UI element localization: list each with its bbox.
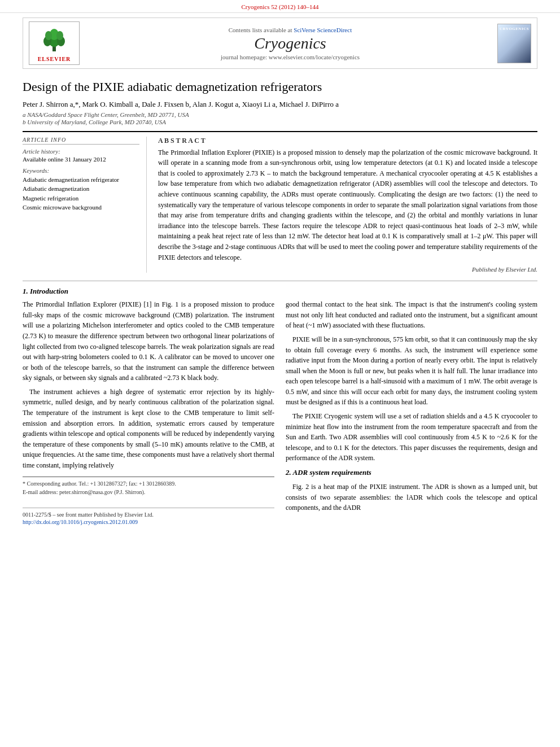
body-para-right-3: The PIXIE Cryogenic system will use a se…	[286, 411, 537, 464]
keyword-4: Cosmic microwave background	[23, 203, 139, 212]
sciverse-line: Contents lists available at SciVerse Sci…	[89, 27, 492, 33]
sciverse-link[interactable]: SciVerse ScienceDirect	[294, 27, 352, 33]
citation-text: Cryogenics 52 (2012) 140–144	[241, 3, 318, 10]
keyword-3: Magnetic refrigeration	[23, 194, 139, 203]
body-para-right-1: good thermal contact to the heat sink. T…	[286, 299, 537, 331]
keyword-2: Adiabatic demagnetization	[23, 184, 139, 194]
svg-point-6	[56, 31, 63, 40]
footer: 0011-2275/$ – see front matter Published…	[23, 508, 274, 525]
left-col-article-info: Article Info Article history: Available …	[23, 137, 147, 273]
journal-name: Cryogenics	[89, 34, 492, 53]
history-label: Article history:	[23, 148, 139, 155]
body-para-right-4: Fig. 2 is a heat map of the PIXIE instru…	[286, 482, 537, 513]
footnote-corresponding: * Corresponding author. Tel.: +1 3012867…	[23, 479, 274, 488]
published-by: Published by Elsevier Ltd.	[158, 266, 537, 273]
elsevier-tree-icon	[37, 24, 71, 53]
journal-homepage: journal homepage: www.elsevier.com/locat…	[89, 54, 492, 60]
section2-heading: 2. ADR system requirements	[286, 467, 537, 478]
body-text-right: good thermal contact to the heat sink. T…	[286, 299, 537, 513]
footnote-email: E-mail address: peter.shirron@nasa.gov (…	[23, 488, 274, 496]
footer-issn: 0011-2275/$ – see front matter Published…	[23, 512, 274, 518]
journal-center: Contents lists available at SciVerse Sci…	[89, 27, 492, 60]
abstract-text: The Primordial Inflation Explorer (PIXIE…	[158, 147, 537, 263]
thumb-label: CRYOGENICS	[500, 27, 529, 31]
affiliations: a NASA/Goddard Space Flight Center, Gree…	[23, 111, 537, 125]
body-left: The Primordial Inflation Explorer (PIXIE…	[23, 299, 274, 526]
affiliation-a: a NASA/Goddard Space Flight Center, Gree…	[23, 111, 537, 118]
svg-point-5	[45, 31, 52, 40]
available-online: Available online 31 January 2012	[23, 156, 139, 163]
body-para-2: The instrument achieves a high degree of…	[23, 387, 274, 471]
body-para-1: The Primordial Inflation Explorer (PIXIE…	[23, 299, 274, 383]
body-text-left: The Primordial Inflation Explorer (PIXIE…	[23, 299, 274, 471]
article-info-abstract: Article Info Article history: Available …	[23, 131, 537, 273]
keywords-label: Keywords:	[23, 167, 139, 174]
citation-bar: Cryogenics 52 (2012) 140–144	[0, 0, 560, 13]
keyword-1: Adiabatic demagnetization refrigerator	[23, 175, 139, 185]
section1-heading: 1. Introduction	[23, 287, 537, 296]
main-content: Design of the PIXIE adiabatic demagnetiz…	[23, 79, 537, 526]
abstract-label: A B S T R A C T	[158, 137, 537, 145]
footnote-bar: * Corresponding author. Tel.: +1 3012867…	[23, 477, 274, 496]
body-para-right-2: PIXIE will be in a sun-synchronous, 575 …	[286, 334, 537, 408]
article-title: Design of the PIXIE adiabatic demagnetiz…	[23, 79, 537, 95]
body-divider	[23, 281, 537, 281]
right-col-abstract: A B S T R A C T The Primordial Inflation…	[158, 137, 537, 273]
authors: Peter J. Shirron a,*, Mark O. Kimball a,…	[23, 100, 537, 109]
journal-thumbnail: CRYOGENICS	[497, 24, 531, 63]
body-right: good thermal contact to the heat sink. T…	[286, 299, 537, 526]
journal-header: ELSEVIER Contents lists available at Sci…	[23, 18, 537, 69]
affiliation-b: b University of Maryland, College Park, …	[23, 119, 537, 125]
body-two-col: The Primordial Inflation Explorer (PIXIE…	[23, 299, 537, 526]
footer-doi: http://dx.doi.org/10.1016/j.cryogenics.2…	[23, 519, 274, 525]
elsevier-label: ELSEVIER	[32, 56, 77, 62]
article-info-section-label: Article Info	[23, 137, 139, 145]
elsevier-logo: ELSEVIER	[29, 21, 80, 65]
